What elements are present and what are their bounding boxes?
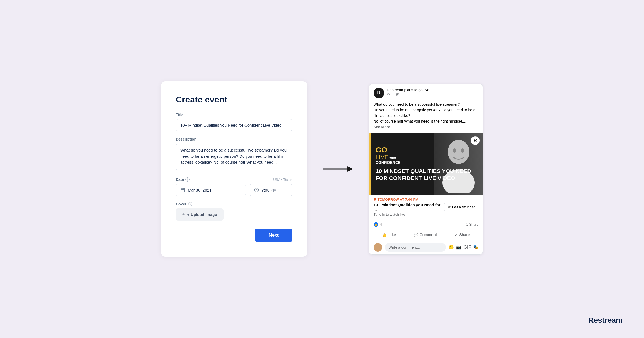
cover-label: Cover i (176, 202, 292, 206)
description-group: Description What do you need to be a suc… (176, 137, 292, 171)
fb-like-icon: 👍 (374, 222, 378, 227)
fb-see-more[interactable]: See More (374, 125, 390, 129)
go-text: GO (376, 146, 476, 154)
arrow-container (323, 164, 353, 174)
fb-text-line2: Do you need to be an energetic person? D… (374, 107, 478, 119)
fb-reactions-count: 4 (380, 222, 382, 226)
comment-icon: 💬 (414, 233, 418, 237)
upload-image-button[interactable]: + + Upload image (176, 208, 224, 221)
fb-actions-row: 👍 Like 💬 Comment ↗ Share (369, 229, 483, 240)
comment-label: Comment (420, 233, 437, 237)
reminder-label: Get Reminder (452, 205, 475, 209)
yellow-accent-bar (369, 133, 371, 195)
fb-post-header: R Restream plans to go live. 22h · (369, 84, 483, 101)
date-value: Mar 30, 2021 (188, 188, 211, 192)
svg-marker-6 (347, 166, 353, 172)
create-event-panel: Create event Title Description What do y… (161, 81, 307, 257)
fb-dot-separator: · (394, 93, 394, 96)
fb-reactions-row: 👍 4 1 Share (369, 220, 483, 229)
fb-share-count: 1 Share (466, 222, 478, 226)
brand-logo: Restream (588, 316, 623, 325)
gif-icon[interactable]: GIF (464, 245, 471, 250)
cover-info-icon: i (188, 202, 192, 206)
like-label: Like (388, 233, 396, 237)
fb-action-text: plans to go live. (404, 88, 430, 92)
fb-text-line3: No, of course not! What you need is the … (374, 119, 478, 124)
with-text: with (390, 156, 396, 160)
date-input-group: Mar 30, 2021 (176, 184, 246, 196)
sticker-icon[interactable]: 🎭 (473, 245, 478, 250)
fb-commenter-avatar (374, 243, 382, 252)
time-value: 7:00 PM (262, 188, 277, 192)
time-field[interactable]: 7:00 PM (250, 184, 292, 196)
restream-watermark: R (471, 136, 480, 145)
fb-text-line1: What do you need to be a successful live… (374, 102, 478, 107)
fb-account-name: Restream plans to go live. (387, 88, 430, 92)
title-label: Title (176, 113, 292, 117)
description-input[interactable]: What do you need to be a successful live… (176, 144, 292, 170)
timezone-label: USA • Texas (273, 178, 292, 182)
calendar-icon (180, 188, 185, 192)
fb-tune-in: Tune in to watch live (374, 212, 478, 216)
fb-event-row: 10+ Mindset Qualities you Need for ... ☆… (374, 203, 478, 212)
title-input[interactable] (176, 119, 292, 131)
arrow-icon (323, 164, 353, 174)
fb-event-info: TOMORROW AT 7:00 PM 10+ Mindset Qualitie… (369, 195, 483, 220)
share-icon: ↗ (454, 233, 458, 237)
cover-group: Cover i + + Upload image (176, 202, 292, 221)
fb-comment-input[interactable]: Write a comment... (385, 243, 446, 252)
event-image-text-content: GO LIVE with CONFIDENCE 10 MINDSET QUALI… (369, 140, 483, 188)
comment-placeholder: Write a comment... (389, 245, 420, 249)
svg-rect-0 (181, 188, 185, 192)
event-image-headline: 10 MINDSET QUALITIES YOU NEED FOR CONFID… (376, 168, 476, 181)
fb-share-button[interactable]: ↗ Share (450, 230, 474, 239)
share-label: Share (459, 233, 470, 237)
fb-comment-row: Write a comment... 🙂 📷 GIF 🎭 (369, 240, 483, 254)
live-word: LIVE (376, 154, 389, 161)
date-label: Date i (176, 177, 190, 182)
plus-icon: + (182, 212, 185, 217)
form-title: Create event (176, 95, 292, 105)
get-reminder-button[interactable]: ☆ Get Reminder (444, 203, 478, 211)
fb-name-row: Restream plans to go live. 22h · (387, 88, 430, 96)
next-button[interactable]: Next (255, 229, 292, 242)
go-live-logo: GO LIVE with CONFIDENCE (376, 146, 476, 164)
emoji-icon[interactable]: 🙂 (449, 245, 454, 250)
date-time-row: Mar 30, 2021 7:00 PM (176, 184, 292, 196)
fb-more-options[interactable]: ··· (472, 88, 478, 94)
fb-post-meta: 22h · (387, 93, 430, 96)
fb-event-dot (374, 198, 376, 201)
fb-avatar: R (374, 88, 384, 98)
fb-like-button[interactable]: 👍 Like (378, 230, 400, 239)
main-container: Create event Title Description What do y… (161, 81, 483, 257)
facebook-preview: R Restream plans to go live. 22h · (369, 84, 483, 255)
fb-event-time: TOMORROW AT 7:00 PM (374, 197, 478, 201)
image-icon[interactable]: 📷 (456, 245, 462, 250)
date-section: Date i USA • Texas (176, 177, 292, 196)
like-icon: 👍 (382, 233, 387, 237)
fb-comment-icons: 🙂 📷 GIF 🎭 (449, 245, 478, 250)
upload-label: + Upload image (187, 212, 217, 217)
date-label-row: Date i USA • Texas (176, 177, 292, 182)
fb-post-time: 22h (387, 93, 392, 96)
fb-header-left: R Restream plans to go live. 22h · (374, 88, 430, 98)
fb-event-image: GO LIVE with CONFIDENCE 10 MINDSET QUALI… (369, 133, 483, 195)
fb-reaction-left: 👍 4 (374, 222, 382, 227)
confidence-text: CONFIDENCE (376, 161, 476, 164)
date-info-icon: i (185, 177, 190, 182)
fb-post-text: What do you need to be a successful live… (369, 101, 483, 133)
date-field[interactable]: Mar 30, 2021 (176, 184, 246, 196)
title-group: Title (176, 113, 292, 131)
star-icon: ☆ (448, 205, 451, 209)
fb-comment-button[interactable]: 💬 Comment (409, 230, 441, 239)
clock-icon (254, 188, 259, 192)
description-label: Description (176, 137, 292, 141)
fb-event-title: 10+ Mindset Qualities you Need for ... (374, 203, 444, 212)
fb-globe-icon (396, 93, 399, 96)
